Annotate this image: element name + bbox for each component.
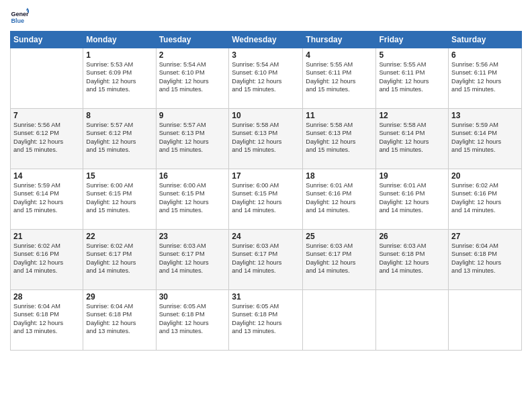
day-number: 16 [159,171,226,181]
day-info: Sunrise: 5:56 AM Sunset: 6:12 PM Dayligh… [13,121,80,154]
calendar-week-row: 7Sunrise: 5:56 AM Sunset: 6:12 PM Daylig… [11,109,522,169]
day-number: 25 [306,232,373,241]
calendar-cell: 17Sunrise: 6:00 AM Sunset: 6:15 PM Dayli… [229,169,303,230]
calendar-cell: 6Sunrise: 5:56 AM Sunset: 6:11 PM Daylig… [449,48,522,109]
day-info: Sunrise: 6:05 AM Sunset: 6:18 PM Dayligh… [159,302,226,336]
day-info: Sunrise: 5:57 AM Sunset: 6:13 PM Dayligh… [159,121,226,154]
calendar-cell: 3Sunrise: 5:54 AM Sunset: 6:10 PM Daylig… [229,48,303,109]
day-number: 26 [379,232,445,241]
day-number: 10 [232,111,300,120]
weekday-header-monday: Monday [83,32,156,48]
calendar-week-row: 14Sunrise: 5:59 AM Sunset: 6:14 PM Dayli… [11,169,522,230]
weekday-header-thursday: Thursday [303,32,376,48]
day-number: 12 [379,111,445,120]
day-info: Sunrise: 5:58 AM Sunset: 6:14 PM Dayligh… [379,121,445,154]
logo: General Blue [10,7,32,26]
day-number: 14 [13,171,80,181]
page-header: General Blue [10,7,522,26]
calendar-week-row: 21Sunrise: 6:02 AM Sunset: 6:16 PM Dayli… [11,230,522,290]
weekday-header-row: SundayMondayTuesdayWednesdayThursdayFrid… [11,32,522,48]
calendar-cell: 10Sunrise: 5:58 AM Sunset: 6:13 PM Dayli… [229,109,303,169]
day-info: Sunrise: 6:00 AM Sunset: 6:15 PM Dayligh… [86,181,152,215]
calendar-cell: 29Sunrise: 6:04 AM Sunset: 6:18 PM Dayli… [83,290,156,351]
day-number: 4 [306,50,373,60]
day-number: 3 [232,50,300,60]
day-info: Sunrise: 5:54 AM Sunset: 6:10 PM Dayligh… [159,60,226,94]
day-info: Sunrise: 6:04 AM Sunset: 6:18 PM Dayligh… [451,242,519,275]
day-info: Sunrise: 6:05 AM Sunset: 6:18 PM Dayligh… [232,302,300,336]
day-number: 24 [232,232,300,241]
day-info: Sunrise: 5:55 AM Sunset: 6:11 PM Dayligh… [379,60,445,94]
day-number: 31 [232,292,300,302]
day-number: 2 [159,50,226,60]
day-info: Sunrise: 6:00 AM Sunset: 6:15 PM Dayligh… [232,181,300,215]
svg-text:General: General [11,11,29,17]
calendar-cell: 15Sunrise: 6:00 AM Sunset: 6:15 PM Dayli… [83,169,156,230]
day-info: Sunrise: 5:59 AM Sunset: 6:14 PM Dayligh… [451,121,519,154]
day-info: Sunrise: 5:55 AM Sunset: 6:11 PM Dayligh… [306,60,373,94]
day-number: 13 [451,111,519,120]
day-info: Sunrise: 5:56 AM Sunset: 6:11 PM Dayligh… [451,60,519,94]
weekday-header-saturday: Saturday [449,32,522,48]
day-info: Sunrise: 5:59 AM Sunset: 6:14 PM Dayligh… [13,181,80,215]
calendar-cell: 1Sunrise: 5:53 AM Sunset: 6:09 PM Daylig… [83,48,156,109]
weekday-header-tuesday: Tuesday [156,32,229,48]
weekday-header-sunday: Sunday [11,32,83,48]
calendar-table: SundayMondayTuesdayWednesdayThursdayFrid… [10,31,522,351]
calendar-cell: 2Sunrise: 5:54 AM Sunset: 6:10 PM Daylig… [156,48,229,109]
day-info: Sunrise: 6:01 AM Sunset: 6:16 PM Dayligh… [306,181,373,215]
day-info: Sunrise: 6:03 AM Sunset: 6:17 PM Dayligh… [306,242,373,275]
day-info: Sunrise: 6:01 AM Sunset: 6:16 PM Dayligh… [379,181,445,215]
day-number: 21 [13,232,80,241]
day-info: Sunrise: 6:02 AM Sunset: 6:17 PM Dayligh… [86,242,152,275]
calendar-cell: 27Sunrise: 6:04 AM Sunset: 6:18 PM Dayli… [449,230,522,290]
day-number: 5 [379,50,445,60]
day-info: Sunrise: 6:03 AM Sunset: 6:17 PM Dayligh… [232,242,300,275]
calendar-cell: 19Sunrise: 6:01 AM Sunset: 6:16 PM Dayli… [376,169,449,230]
calendar-cell: 22Sunrise: 6:02 AM Sunset: 6:17 PM Dayli… [83,230,156,290]
day-info: Sunrise: 6:02 AM Sunset: 6:16 PM Dayligh… [13,242,80,275]
calendar-cell [303,290,376,351]
calendar-cell: 20Sunrise: 6:02 AM Sunset: 6:16 PM Dayli… [449,169,522,230]
day-number: 30 [159,292,226,302]
calendar-cell: 4Sunrise: 5:55 AM Sunset: 6:11 PM Daylig… [303,48,376,109]
day-info: Sunrise: 6:00 AM Sunset: 6:15 PM Dayligh… [159,181,226,215]
day-info: Sunrise: 5:53 AM Sunset: 6:09 PM Dayligh… [86,60,152,94]
svg-text:Blue: Blue [11,17,24,24]
day-info: Sunrise: 6:02 AM Sunset: 6:16 PM Dayligh… [451,181,519,215]
calendar-cell: 26Sunrise: 6:03 AM Sunset: 6:18 PM Dayli… [376,230,449,290]
day-number: 1 [86,50,152,60]
logo-icon: General Blue [10,7,29,26]
day-number: 23 [159,232,226,241]
calendar-cell: 14Sunrise: 5:59 AM Sunset: 6:14 PM Dayli… [11,169,83,230]
day-number: 19 [379,171,445,181]
weekday-header-friday: Friday [376,32,449,48]
day-number: 15 [86,171,152,181]
day-number: 8 [86,111,152,120]
calendar-week-row: 28Sunrise: 6:04 AM Sunset: 6:18 PM Dayli… [11,290,522,351]
day-number: 9 [159,111,226,120]
calendar-cell [449,290,522,351]
calendar-cell: 31Sunrise: 6:05 AM Sunset: 6:18 PM Dayli… [229,290,303,351]
calendar-cell: 5Sunrise: 5:55 AM Sunset: 6:11 PM Daylig… [376,48,449,109]
calendar-cell: 12Sunrise: 5:58 AM Sunset: 6:14 PM Dayli… [376,109,449,169]
day-number: 29 [86,292,152,302]
day-info: Sunrise: 5:57 AM Sunset: 6:12 PM Dayligh… [86,121,152,154]
day-number: 11 [306,111,373,120]
day-number: 6 [451,50,519,60]
calendar-cell: 25Sunrise: 6:03 AM Sunset: 6:17 PM Dayli… [303,230,376,290]
day-info: Sunrise: 5:58 AM Sunset: 6:13 PM Dayligh… [232,121,300,154]
calendar-cell: 7Sunrise: 5:56 AM Sunset: 6:12 PM Daylig… [11,109,83,169]
day-info: Sunrise: 5:54 AM Sunset: 6:10 PM Dayligh… [232,60,300,94]
calendar-cell: 24Sunrise: 6:03 AM Sunset: 6:17 PM Dayli… [229,230,303,290]
day-number: 27 [451,232,519,241]
day-info: Sunrise: 6:03 AM Sunset: 6:17 PM Dayligh… [159,242,226,275]
calendar-week-row: 1Sunrise: 5:53 AM Sunset: 6:09 PM Daylig… [11,48,522,109]
calendar-cell [376,290,449,351]
calendar-cell: 16Sunrise: 6:00 AM Sunset: 6:15 PM Dayli… [156,169,229,230]
day-number: 28 [13,292,80,302]
day-number: 17 [232,171,300,181]
day-number: 20 [451,171,519,181]
calendar-cell: 13Sunrise: 5:59 AM Sunset: 6:14 PM Dayli… [449,109,522,169]
day-info: Sunrise: 5:58 AM Sunset: 6:13 PM Dayligh… [306,121,373,154]
